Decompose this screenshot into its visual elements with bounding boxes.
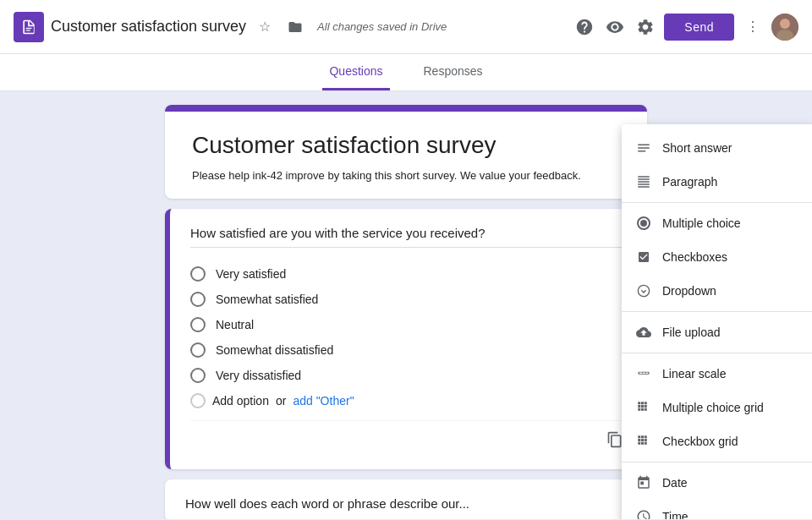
checkbox-grid-icon	[635, 433, 652, 450]
menu-item-date[interactable]: Date	[622, 466, 812, 500]
mc-grid-icon	[635, 399, 652, 416]
radio-input[interactable]	[190, 266, 206, 282]
svg-point-3	[780, 19, 790, 29]
help-icon[interactable]	[573, 15, 596, 39]
checkboxes-icon	[635, 249, 652, 265]
radio-input[interactable]	[190, 368, 206, 383]
form-title: Customer satisfaction survey	[192, 132, 620, 159]
radio-input[interactable]	[190, 292, 206, 307]
form-description: Please help ink-42 improve by taking thi…	[192, 169, 620, 182]
menu-divider-2	[622, 311, 812, 312]
multiple-choice-icon	[635, 215, 652, 232]
option-label: Very dissatisfied	[216, 369, 301, 382]
question-type-dropdown: Short answer Paragraph Multiple choice	[622, 124, 812, 519]
tabs-bar: Questions Responses	[0, 54, 812, 91]
menu-item-multiple-choice[interactable]: Multiple choice	[622, 206, 812, 240]
question-card-2: How well does each word or phrase descri…	[165, 479, 647, 519]
paragraph-icon	[635, 173, 652, 190]
add-other-link[interactable]: add "Other"	[293, 394, 354, 408]
title-card: Customer satisfaction survey Please help…	[165, 105, 647, 199]
option-label: Somewhat satisfied	[216, 293, 318, 306]
tab-questions[interactable]: Questions	[322, 54, 389, 90]
more-options-icon[interactable]: ⋮	[741, 15, 765, 39]
preview-icon[interactable]	[603, 15, 627, 39]
menu-label-checkboxes: Checkboxes	[662, 250, 727, 264]
menu-label-file-upload: File upload	[662, 326, 721, 339]
menu-item-file-upload[interactable]: File upload	[622, 315, 812, 349]
radio-input[interactable]	[190, 317, 206, 332]
short-answer-icon	[635, 140, 652, 156]
menu-label-checkbox-grid: Checkbox grid	[662, 435, 738, 448]
menu-item-mc-grid[interactable]: Multiple choice grid	[622, 391, 812, 424]
menu-label-multiple-choice: Multiple choice	[662, 216, 741, 230]
menu-label-mc-grid: Multiple choice grid	[662, 401, 764, 414]
main-content: Customer satisfaction survey Please help…	[0, 91, 812, 519]
menu-label-linear-scale: Linear scale	[662, 367, 727, 380]
option-label: Neutral	[216, 318, 254, 331]
svg-rect-0	[26, 27, 32, 28]
tab-responses[interactable]: Responses	[417, 54, 490, 90]
app-icon	[14, 12, 44, 42]
menu-item-dropdown[interactable]: Dropdown	[622, 274, 812, 308]
file-upload-icon	[635, 324, 652, 341]
menu-divider-4	[622, 462, 812, 463]
add-option-label[interactable]: Add option	[212, 394, 269, 408]
time-icon	[635, 508, 652, 519]
settings-icon[interactable]	[634, 15, 657, 39]
svg-rect-1	[26, 30, 30, 30]
document-title: Customer satisfaction survey	[51, 18, 246, 36]
add-option-row: Add option or add "Other"	[190, 388, 627, 413]
svg-point-5	[638, 285, 649, 296]
option-row: Very satisfied	[190, 261, 627, 287]
folder-icon[interactable]	[283, 15, 307, 39]
menu-label-dropdown: Dropdown	[662, 284, 716, 298]
header-right: Send ⋮	[573, 14, 798, 41]
form-container: Customer satisfaction survey Please help…	[165, 105, 647, 519]
question-card-1: How satisfied are you with the service y…	[165, 209, 647, 469]
option-row: Somewhat satisfied	[190, 287, 627, 312]
radio-placeholder	[190, 393, 206, 408]
send-button[interactable]: Send	[664, 14, 734, 41]
menu-label-time: Time	[662, 510, 689, 519]
option-label: Very satisfied	[216, 267, 286, 281]
radio-input[interactable]	[190, 342, 206, 358]
dropdown-icon	[635, 282, 652, 299]
option-row: Somewhat dissatisfied	[190, 337, 627, 363]
question-text-1: How satisfied are you with the service y…	[190, 226, 627, 248]
menu-item-checkbox-grid[interactable]: Checkbox grid	[622, 424, 812, 458]
star-icon[interactable]: ☆	[253, 15, 277, 39]
menu-divider-3	[622, 353, 812, 353]
menu-label-paragraph: Paragraph	[662, 175, 717, 189]
menu-item-paragraph[interactable]: Paragraph	[622, 165, 812, 199]
menu-divider-1	[622, 202, 812, 203]
menu-item-short-answer[interactable]: Short answer	[622, 131, 812, 165]
menu-item-checkboxes[interactable]: Checkboxes	[622, 240, 812, 274]
menu-item-time[interactable]: Time	[622, 500, 812, 519]
linear-scale-icon	[635, 365, 652, 382]
menu-label-short-answer: Short answer	[662, 141, 732, 155]
header-left: Customer satisfaction survey ☆ All chang…	[14, 12, 573, 42]
or-label: or	[276, 394, 286, 408]
card-footer	[190, 420, 627, 456]
menu-label-date: Date	[662, 476, 688, 490]
option-label: Somewhat dissatisfied	[216, 343, 333, 357]
user-avatar[interactable]	[771, 14, 798, 41]
menu-item-linear-scale[interactable]: Linear scale	[622, 357, 812, 391]
autosave-status: All changes saved in Drive	[317, 20, 447, 33]
app-header: Customer satisfaction survey ☆ All chang…	[0, 0, 812, 54]
option-row: Very dissatisfied	[190, 363, 627, 388]
option-row: Neutral	[190, 312, 627, 337]
question-text-2: How well does each word or phrase descri…	[185, 496, 627, 511]
date-icon	[635, 474, 652, 491]
